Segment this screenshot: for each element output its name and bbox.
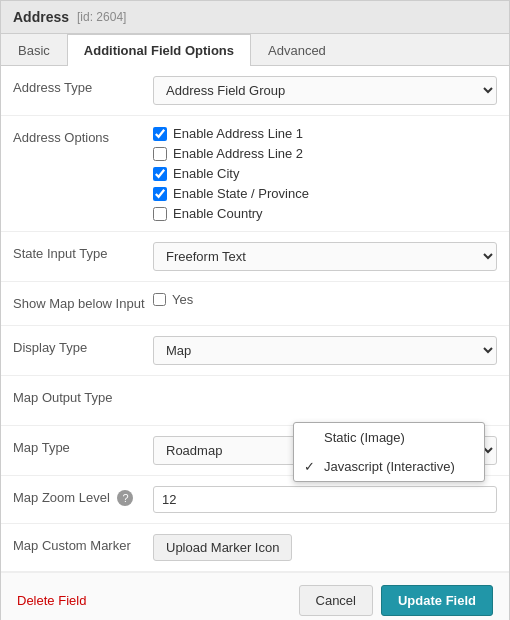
checkbox-enable-state-input[interactable]	[153, 187, 167, 201]
update-field-button[interactable]: Update Field	[381, 585, 493, 616]
header-id: [id: 2604]	[77, 10, 126, 24]
address-options-label: Address Options	[13, 126, 153, 145]
display-type-control: Map Static Image	[153, 336, 497, 365]
map-zoom-level-input[interactable]	[153, 486, 497, 513]
map-custom-marker-control: Upload Marker Icon	[153, 534, 497, 561]
show-map-checkbox[interactable]	[153, 293, 166, 306]
checkbox-enable-address-line2[interactable]: Enable Address Line 2	[153, 146, 497, 161]
tab-basic[interactable]: Basic	[1, 34, 67, 66]
static-check	[304, 430, 318, 445]
map-custom-marker-row: Map Custom Marker Upload Marker Icon	[1, 524, 509, 572]
checkbox-enable-country-input[interactable]	[153, 207, 167, 221]
state-input-type-label: State Input Type	[13, 242, 153, 261]
map-output-type-control: Static (Image) Javascript (Interactive) …	[153, 386, 497, 415]
header-title: Address	[13, 9, 69, 25]
tab-additional-field-options[interactable]: Additional Field Options	[67, 34, 251, 66]
cancel-button[interactable]: Cancel	[299, 585, 373, 616]
checkbox-enable-city-input[interactable]	[153, 167, 167, 181]
page-wrapper: Address [id: 2604] Basic Additional Fiel…	[0, 0, 510, 620]
map-zoom-level-label: Map Zoom Level ?	[13, 486, 153, 506]
map-custom-marker-label: Map Custom Marker	[13, 534, 153, 553]
footer: Delete Field Cancel Update Field	[1, 572, 509, 620]
header: Address [id: 2604]	[1, 1, 509, 34]
checkbox-enable-city[interactable]: Enable City	[153, 166, 497, 181]
checkbox-enable-address-line2-label: Enable Address Line 2	[173, 146, 303, 161]
display-type-row: Display Type Map Static Image	[1, 326, 509, 376]
map-output-type-row: Map Output Type Static (Image) Javascrip…	[1, 376, 509, 426]
checkbox-enable-country[interactable]: Enable Country	[153, 206, 497, 221]
javascript-option-label: Javascript (Interactive)	[324, 459, 455, 474]
show-map-row: Show Map below Input Yes	[1, 282, 509, 326]
checkbox-enable-address-line1-label: Enable Address Line 1	[173, 126, 303, 141]
form-area: Address Type Address Field Group Single …	[1, 66, 509, 572]
dropdown-option-static[interactable]: Static (Image)	[294, 423, 484, 452]
tab-bar: Basic Additional Field Options Advanced	[1, 34, 509, 66]
delete-field-button[interactable]: Delete Field	[17, 593, 86, 608]
address-options-row: Address Options Enable Address Line 1 En…	[1, 116, 509, 232]
upload-marker-icon-button[interactable]: Upload Marker Icon	[153, 534, 292, 561]
address-type-row: Address Type Address Field Group Single …	[1, 66, 509, 116]
state-input-type-row: State Input Type Freeform Text Dropdown	[1, 232, 509, 282]
map-output-type-dropdown: Static (Image) ✓ Javascript (Interactive…	[293, 422, 485, 482]
checkbox-enable-country-label: Enable Country	[173, 206, 263, 221]
checkbox-enable-city-label: Enable City	[173, 166, 239, 181]
state-input-type-control: Freeform Text Dropdown	[153, 242, 497, 271]
state-input-type-select[interactable]: Freeform Text Dropdown	[153, 242, 497, 271]
show-map-yes-label[interactable]: Yes	[153, 292, 497, 307]
display-type-select[interactable]: Map Static Image	[153, 336, 497, 365]
show-map-control: Yes	[153, 292, 497, 307]
footer-actions: Cancel Update Field	[299, 585, 493, 616]
address-options-control: Enable Address Line 1 Enable Address Lin…	[153, 126, 497, 221]
show-map-yes-text: Yes	[172, 292, 193, 307]
checkbox-enable-state-label: Enable State / Province	[173, 186, 309, 201]
address-type-control: Address Field Group Single Address Field	[153, 76, 497, 105]
checkbox-enable-state[interactable]: Enable State / Province	[153, 186, 497, 201]
map-type-label: Map Type	[13, 436, 153, 455]
tab-advanced[interactable]: Advanced	[251, 34, 343, 66]
show-map-label: Show Map below Input	[13, 292, 153, 311]
static-option-label: Static (Image)	[324, 430, 405, 445]
display-type-label: Display Type	[13, 336, 153, 355]
address-type-select[interactable]: Address Field Group Single Address Field	[153, 76, 497, 105]
checkbox-enable-address-line2-input[interactable]	[153, 147, 167, 161]
checkbox-enable-address-line1-input[interactable]	[153, 127, 167, 141]
map-output-type-label: Map Output Type	[13, 386, 153, 405]
help-icon[interactable]: ?	[117, 490, 133, 506]
checkbox-enable-address-line1[interactable]: Enable Address Line 1	[153, 126, 497, 141]
dropdown-option-javascript[interactable]: ✓ Javascript (Interactive)	[294, 452, 484, 481]
map-zoom-level-control	[153, 486, 497, 513]
map-zoom-level-row: Map Zoom Level ?	[1, 476, 509, 524]
address-type-label: Address Type	[13, 76, 153, 95]
javascript-check: ✓	[304, 459, 318, 474]
